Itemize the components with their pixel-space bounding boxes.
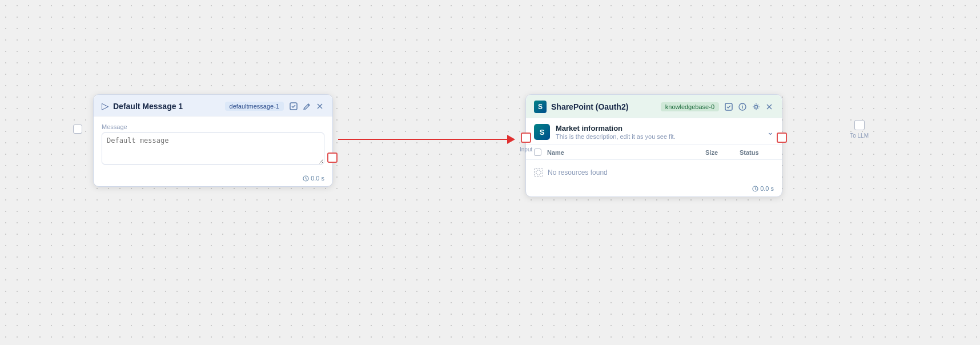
node-sharepoint-footer: 0.0 s bbox=[526, 183, 782, 196]
svg-point-10 bbox=[742, 105, 742, 105]
svg-line-17 bbox=[756, 188, 757, 190]
node-default-message: ▷ Default Message 1 defaultmessage-1 bbox=[93, 94, 333, 187]
left-checkbox[interactable] bbox=[73, 125, 82, 134]
market-info-title: Market information bbox=[556, 124, 761, 133]
output-port-sp[interactable] bbox=[777, 133, 787, 143]
node-default-message-badge: defaultmessage-1 bbox=[225, 102, 284, 111]
col-name-label: Name bbox=[547, 149, 700, 156]
timer-sp: 0.0 s bbox=[752, 185, 774, 192]
settings-button-sp[interactable] bbox=[751, 102, 761, 112]
market-info-text: Market information This is the descripti… bbox=[556, 124, 761, 140]
canvas: ▷ Default Message 1 defaultmessage-1 bbox=[0, 0, 980, 345]
table-select-all-checkbox[interactable] bbox=[534, 149, 541, 156]
node-sharepoint-title: SharePoint (Oauth2) bbox=[551, 102, 656, 111]
to-llm-port[interactable] bbox=[854, 120, 865, 130]
to-llm-label: To LLM bbox=[850, 133, 869, 139]
market-info-sp-icon: S bbox=[534, 124, 550, 140]
market-info-desc: This is the description, edit it as you … bbox=[556, 133, 761, 140]
node-sharepoint-header: S SharePoint (Oauth2) knowledgebase-0 bbox=[526, 95, 782, 118]
pencil-button[interactable] bbox=[302, 101, 312, 111]
node-default-message-body: Message bbox=[94, 117, 332, 172]
table-body: No resources found bbox=[526, 160, 782, 183]
sharepoint-icon: S bbox=[534, 101, 547, 113]
message-textarea[interactable] bbox=[102, 133, 324, 165]
table-header: Name Size Status bbox=[526, 145, 782, 160]
node-default-message-title: Default Message 1 bbox=[113, 102, 220, 111]
node-sharepoint: S SharePoint (Oauth2) knowledgebase-0 bbox=[525, 94, 782, 197]
send-icon: ▷ bbox=[102, 101, 109, 111]
arrow-line bbox=[338, 139, 507, 141]
info-button-sp[interactable] bbox=[737, 102, 748, 112]
market-info-header: S Market information This is the descrip… bbox=[526, 118, 782, 145]
node-default-message-footer: 0.0 s bbox=[94, 172, 332, 186]
close-button-sp[interactable] bbox=[765, 102, 774, 111]
col-status-label: Status bbox=[740, 149, 774, 156]
edit-checkbox-button-sp[interactable] bbox=[724, 102, 734, 112]
node-default-message-header: ▷ Default Message 1 defaultmessage-1 bbox=[94, 95, 332, 117]
timer-dm: 0.0 s bbox=[303, 175, 324, 182]
chevron-down-icon[interactable]: ⌄ bbox=[767, 127, 774, 137]
col-size-label: Size bbox=[705, 149, 734, 156]
no-resources-text: No resources found bbox=[548, 169, 608, 176]
node-sharepoint-badge: knowledgebase-0 bbox=[661, 102, 719, 111]
svg-rect-14 bbox=[536, 170, 541, 175]
svg-point-11 bbox=[755, 106, 758, 109]
input-port-sp[interactable] bbox=[521, 133, 531, 143]
edit-checkbox-button[interactable] bbox=[288, 101, 299, 111]
input-port-label: Input bbox=[520, 146, 532, 153]
node-sharepoint-actions bbox=[724, 102, 774, 112]
no-resources-icon bbox=[534, 168, 543, 177]
output-port-dm[interactable] bbox=[327, 153, 338, 163]
connector-arrow bbox=[338, 134, 515, 145]
close-button-dm[interactable] bbox=[315, 102, 324, 111]
message-field-label: Message bbox=[102, 123, 324, 130]
to-llm-area: To LLM bbox=[850, 120, 869, 139]
arrow-head bbox=[507, 135, 515, 144]
node-default-message-actions bbox=[288, 101, 324, 111]
svg-line-6 bbox=[306, 178, 307, 179]
